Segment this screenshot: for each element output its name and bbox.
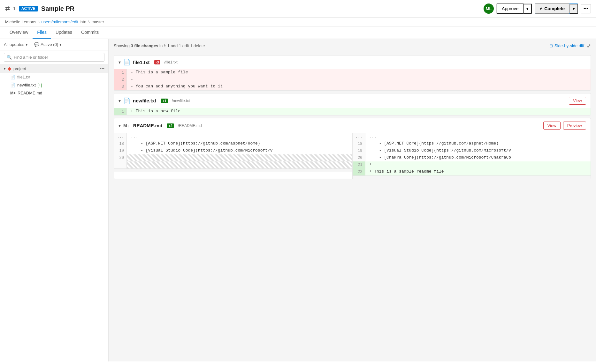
active-badge: ACTIVE bbox=[19, 6, 38, 11]
branch-from-link[interactable]: users/milemons/edit bbox=[42, 19, 79, 24]
comment-icon: 💬 bbox=[34, 42, 39, 47]
line-number: 1 bbox=[114, 108, 127, 115]
line-number: 20 bbox=[114, 154, 127, 161]
file-diff-icon: 📄 bbox=[123, 97, 130, 104]
hatch bbox=[127, 161, 352, 168]
tab-commits[interactable]: Commits bbox=[77, 26, 103, 39]
tab-overview[interactable]: Overview bbox=[5, 26, 33, 39]
tree-folder-project[interactable]: ▾ ◆ project ••• bbox=[0, 64, 108, 73]
md-prefix-icon: M↓ bbox=[123, 123, 129, 128]
file-search-box[interactable]: 🔍 bbox=[4, 53, 104, 62]
branch-into-text: into bbox=[80, 19, 86, 24]
complete-button-group: ⑃ Complete ▾ bbox=[535, 4, 578, 14]
file-new-badge: [+] bbox=[38, 83, 42, 87]
approve-button[interactable]: Approve bbox=[497, 4, 523, 14]
in-path: in /: bbox=[159, 43, 166, 48]
user-name: Michelle Lemons bbox=[5, 19, 36, 24]
line-code: ... bbox=[127, 133, 352, 140]
line-number: 22 bbox=[353, 168, 365, 175]
folder-name: project bbox=[13, 66, 26, 71]
file-search-input[interactable] bbox=[14, 55, 102, 60]
collapse-chevron[interactable]: ▾ bbox=[118, 123, 121, 128]
comment-filter[interactable]: 💬 Active (0) ▾ bbox=[34, 42, 62, 47]
folder-icon: ◆ bbox=[8, 66, 11, 71]
diff-line: ... ... bbox=[114, 133, 352, 140]
left-scrollbar[interactable] bbox=[114, 168, 352, 172]
line-number: ... bbox=[114, 133, 127, 140]
collapse-chevron[interactable]: ▾ bbox=[118, 98, 121, 103]
line-number: 19 bbox=[114, 147, 127, 154]
file-count: 3 file changes bbox=[131, 43, 158, 48]
file-name: newfile.txt bbox=[17, 83, 36, 87]
file-diff-readmemd: ▾ M↓ README.md +2 /README.md View Previe… bbox=[114, 118, 591, 179]
complete-dropdown-button[interactable]: ▾ bbox=[570, 4, 578, 14]
file-diff-actions: View Preview bbox=[543, 122, 586, 130]
right-scrollbar[interactable] bbox=[353, 175, 591, 179]
diff-line: 21 + bbox=[353, 161, 591, 168]
line-number: 2 bbox=[114, 76, 127, 83]
top-header: ⇄ 1 ACTIVE Sample PR ML Approve ▾ ⑃ Comp… bbox=[0, 0, 596, 18]
line-number bbox=[114, 161, 127, 168]
sidebar-file-file1txt[interactable]: 📄 file1.txt bbox=[0, 73, 108, 81]
branch-to-icon: ⑃ bbox=[88, 19, 90, 24]
more-options-button[interactable]: ••• bbox=[581, 4, 591, 13]
file-diff-name: file1.txt bbox=[133, 60, 150, 65]
updates-filter-chevron: ▾ bbox=[26, 42, 28, 47]
line-number: 20 bbox=[353, 154, 365, 161]
sub-header: Michelle Lemons ⑃ users/milemons/edit in… bbox=[0, 18, 596, 26]
folder-more-icon[interactable]: ••• bbox=[100, 66, 104, 71]
diff-left-panel: ... ... 18 - [ASP.NET Core](https://gith… bbox=[114, 133, 353, 179]
md-icon: M+ bbox=[10, 91, 16, 95]
approve-button-group: Approve ▾ bbox=[496, 3, 532, 14]
diff-line: ... ... bbox=[353, 133, 591, 140]
line-number: ... bbox=[353, 133, 365, 140]
file-change-summary: Showing 3 file changes in /: 1 add 1 edi… bbox=[114, 43, 205, 48]
pr-icon: ⇄ bbox=[5, 5, 10, 12]
file-diff-name: README.md bbox=[133, 123, 163, 128]
sidebar-file-readmemd[interactable]: M+ README.md bbox=[0, 89, 108, 97]
diff-line: 20 bbox=[114, 154, 352, 161]
diff-content-file1txt: 1 - This is a sample file 2 - 3 - You ca… bbox=[114, 69, 591, 90]
side-by-side-button[interactable]: ⊞ Side-by-side diff bbox=[549, 43, 584, 48]
content-header: Showing 3 file changes in /: 1 add 1 edi… bbox=[109, 39, 596, 53]
line-code: + This is a sample readme file bbox=[365, 168, 591, 175]
main-layout: All updates ▾ 💬 Active (0) ▾ 🔍 ▾ ◆ proje… bbox=[0, 39, 596, 361]
line-number: 1 bbox=[114, 69, 127, 76]
tab-files[interactable]: Files bbox=[33, 26, 51, 39]
diff-options: ⊞ Side-by-side diff ⤢ bbox=[549, 43, 591, 49]
file-name: file1.txt bbox=[17, 75, 30, 79]
tab-updates[interactable]: Updates bbox=[51, 26, 77, 39]
updates-filter[interactable]: All updates ▾ bbox=[4, 42, 28, 47]
complete-button[interactable]: ⑃ Complete bbox=[535, 4, 570, 14]
file-diff-newfiletxt: ▾ 📄 newfile.txt +1 /newfile.txt View 1 +… bbox=[114, 93, 591, 115]
file-diff-header-newfiletxt: ▾ 📄 newfile.txt +1 /newfile.txt View bbox=[114, 93, 591, 108]
line-code: - This is a sample file bbox=[127, 69, 591, 76]
comment-filter-chevron: ▾ bbox=[59, 42, 62, 47]
file-diff-name: newfile.txt bbox=[133, 98, 156, 103]
file-name: README.md bbox=[18, 91, 42, 95]
approve-dropdown-button[interactable]: ▾ bbox=[523, 4, 532, 14]
preview-button[interactable]: Preview bbox=[563, 122, 586, 130]
diff-line: 18 - [ASP.NET Core](https://github.com/a… bbox=[114, 140, 352, 147]
diff-content-newfiletxt: 1 + This is a new file bbox=[114, 108, 591, 115]
line-code: - [ASP.NET Core](https://github.com/aspn… bbox=[127, 140, 352, 147]
diff-line: 19 - [Visual Studio Code](https://github… bbox=[353, 147, 591, 154]
sidebar-file-newfiletxt[interactable]: 📄 newfile.txt [+] bbox=[0, 81, 108, 89]
diff-line: 2 - bbox=[114, 76, 591, 83]
file-icon: 📄 bbox=[10, 75, 15, 79]
diff-line: 19 - [Visual Studio Code](https://github… bbox=[114, 147, 352, 154]
expand-button[interactable]: ⤢ bbox=[587, 43, 591, 49]
view-button[interactable]: View bbox=[543, 122, 561, 130]
diff-badge: -3 bbox=[154, 60, 161, 64]
tab-bar: Overview Files Updates Commits bbox=[0, 26, 596, 39]
file-diff-header-readmemd: ▾ M↓ README.md +2 /README.md View Previe… bbox=[114, 118, 591, 133]
line-code: - [Visual Studio Code](https://github.co… bbox=[365, 147, 591, 154]
view-button[interactable]: View bbox=[569, 97, 586, 105]
collapse-chevron[interactable]: ▾ bbox=[118, 60, 121, 65]
line-code: - [ASP.NET Core](https://github.com/aspn… bbox=[365, 140, 591, 147]
updates-filter-label: All updates bbox=[4, 42, 24, 47]
diff-line: 1 + This is a new file bbox=[114, 108, 591, 115]
diff-line: 1 - This is a sample file bbox=[114, 69, 591, 76]
side-diff-readmemd: ... ... 18 - [ASP.NET Core](https://gith… bbox=[114, 133, 591, 179]
showing-text: Showing bbox=[114, 43, 130, 48]
